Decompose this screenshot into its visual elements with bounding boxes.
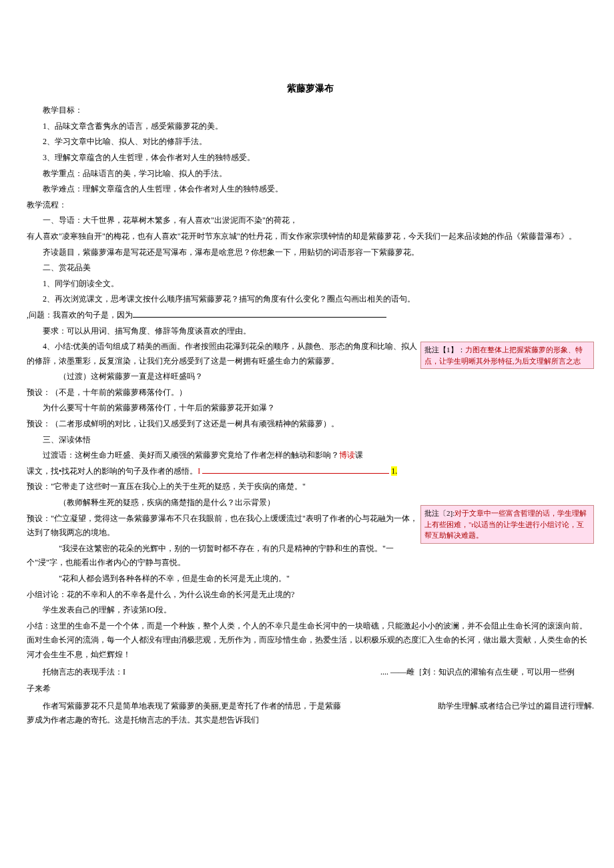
annot2-label: 批注〔2]:: [424, 509, 454, 517]
section-3: 三、深读体悟: [27, 433, 594, 448]
last-help: 助学生理解.或者结合已学过的篇目进行理解.: [347, 699, 594, 728]
teaching-difficulty: 教学难点：理解文章蕴含的人生哲理，体会作者对人生的独特感受。: [27, 182, 594, 197]
transition-2: 过渡语：这树生命力旺盛、美好而又顽强的紫藤萝究竟给了作者怎样的触动和影响？博读课: [27, 448, 420, 463]
group-discuss: 小组讨论：花的不幸和人的不幸各是什么，为什么说生命的长河是无止境的?: [27, 588, 594, 602]
s2-1: 1、同学们朗读全文。: [27, 277, 594, 292]
s2-2: 2、再次浏览课文，思考课文按什么顺序描写紫藤萝花？描写的角度有什么变化？圈点勾画…: [27, 292, 594, 307]
goal-3: 3、理解文章蕴含的人生哲理，体会作者对人生的独特感受。: [27, 151, 594, 165]
quote-1: "我浸在这繁密的花朵的光辉中，别的一切暂时都不存在，有的只是精神的宁静和生的喜悦…: [27, 542, 420, 570]
highlight-1: 1.: [391, 466, 397, 476]
teaching-focus: 教学重点：品味语言的美，学习比喻、拟人的手法。: [27, 167, 594, 181]
s2-q-text: ,问题：我喜欢的句子是，因为: [27, 310, 133, 320]
zilaixi: 子来希: [27, 682, 594, 697]
transition-1: （过渡）这树紫藤萝一直是这样旺盛吗？: [27, 370, 594, 384]
last-1: 作者写紫藤萝花不只是简单地表现了紫藤萝的美丽,更是寄托了作者的情思，于是紫藤萝成…: [27, 699, 347, 728]
quote-2: "花和人都会遇到各种各样的不幸，但是生命的长河是无止境的。": [27, 572, 594, 586]
annot1-label: 批注【1】：: [424, 346, 465, 354]
summary: 小结：这里的生命不是一个个体，而是一个种族，整个人类，个人的不幸只是生命长河中的…: [27, 619, 594, 663]
trans2c: 课文，找•找花对人的影响的句子及作者的感悟。: [27, 466, 198, 476]
flow-label: 教学流程：: [27, 198, 594, 213]
s2-req: 要求：可以从用词、描写角度、修辞等角度谈喜欢的理由。: [27, 324, 594, 339]
goal-2: 2、学习文章中比喻、拟人、对比的修辞手法。: [27, 135, 594, 149]
qidu: 齐读题目，紫藤萝瀑布是写花还是写瀑布，瀑布是啥意思？你想象一下，用贴切的词语形容…: [27, 246, 594, 260]
intro-2: 有人喜欢"凌寒独自开"的梅花，也有人喜欢"花开时节东京城"的牡丹花，而女作家宗璞…: [27, 230, 594, 244]
s2-question: ,问题：我喜欢的句子是，因为: [27, 308, 594, 323]
annotation-1: 批注【1】：力图在整体上把握紫藤萝的形象、特点，让学生明晰其外形特征,为后文理解…: [420, 342, 594, 369]
tuowu: 托物言志的表现手法：I: [27, 665, 380, 680]
preset-3: 预设："它带走了这些时一直压在我心上的关于生死的疑惑，关于疾病的痛楚。": [27, 480, 594, 494]
intro-label: 一、导语：大千世界，花草树木繁多，有人喜欢"出淤泥而不染"的荷花，: [27, 213, 594, 228]
trans2c-prefix: 课: [355, 450, 363, 460]
blank-line: [133, 309, 386, 318]
liu-comment: .... ——雌［刘：知识点的灌输有点生硬，可以用一些例: [380, 665, 594, 680]
goal-1: 1、品味文章含蓄隽永的语言，感受紫藤萝花的美。: [27, 119, 594, 134]
annotation-2: 批注〔2]:对于文章中一些富含哲理的话，学生理解上有些困难，"r以适当的让学生进…: [420, 505, 594, 544]
goals-label: 教学目标：: [27, 103, 594, 118]
s2-4a: 4、小结:优美的语句组成了精美的画面。作者按照由花瀑到花朵的顺序，从颜色、形态的…: [27, 340, 420, 368]
doc-title: 紫藤萝瀑布: [27, 80, 594, 97]
trans2b: 博读: [339, 450, 355, 460]
preset-4: 预设："伫立凝望，觉得这一条紫藤萝瀑布不只在我眼前，也在我心上缓缓流过"表明了作…: [27, 512, 420, 540]
section-2: 二、赏花品美: [27, 261, 594, 276]
preset-1: 预设：（不是，十年前的紫藤萝稀落伶仃。）: [27, 386, 594, 400]
red-underline: [202, 473, 389, 474]
q-ten-years: 为什么要写十年前的紫藤萝稀落伶仃，十年后的紫藤萝花开如瀑？: [27, 401, 594, 416]
preset-2: 预设：（二者形成鲜明的对比，让我们又感受到了这还是一树具有顽强精神的紫藤萝）。: [27, 417, 594, 432]
trans2a: 过渡语：这树生命力旺盛、美好而又顽强的紫藤萝究竟给了作者怎样的触动和影响？: [43, 450, 339, 460]
student-share: 学生发表自己的理解，齐读第IO段。: [27, 603, 594, 618]
trans2c-line: 课文，找•找花对人的影响的句子及作者的感悟。I 1.: [27, 464, 594, 479]
bang-letter: I: [198, 466, 200, 476]
